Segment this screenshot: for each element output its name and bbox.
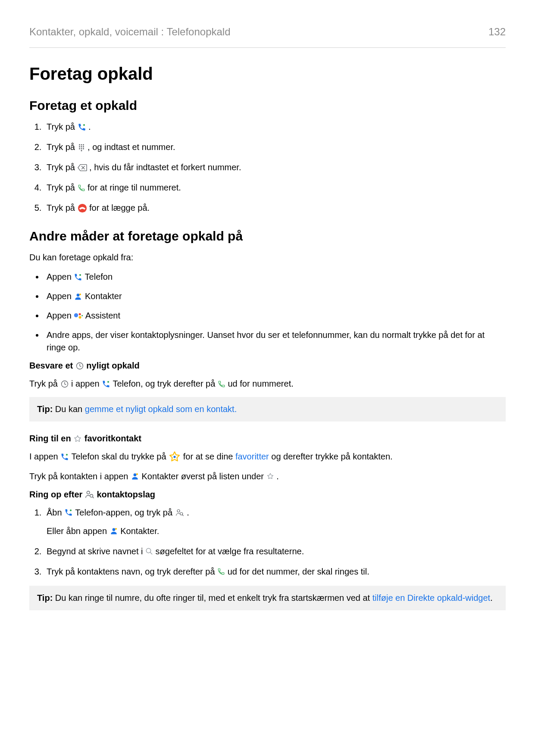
- other-ways-intro: Du kan foretage opkald fra:: [29, 251, 506, 264]
- phone-app-icon: [78, 123, 86, 131]
- call-outline-icon: [217, 568, 225, 575]
- page-header: Kontakter, opkald, voicemail : Telefonop…: [29, 26, 506, 38]
- svg-point-4: [79, 146, 80, 147]
- svg-point-8: [81, 148, 82, 149]
- end-call-icon: [78, 203, 87, 213]
- list-item-assistant: Appen Assistent: [44, 309, 506, 322]
- header-divider: [29, 47, 506, 48]
- svg-point-9: [83, 148, 84, 149]
- page-number: 132: [488, 26, 506, 38]
- tip-widget: Tip: Du kan ringe til numre, du ofte rin…: [29, 586, 506, 610]
- call-outline-icon: [78, 184, 85, 192]
- step-5: Tryk på for at lægge på.: [44, 202, 506, 214]
- svg-point-7: [79, 148, 80, 149]
- svg-point-32: [115, 528, 117, 530]
- tip-label: Tip:: [37, 404, 53, 414]
- svg-point-29: [177, 510, 180, 512]
- contact-search-steps: Åbn Telefon-appen, og tryk på . Eller åb…: [29, 506, 506, 578]
- step-2: Tryk på , og indtast et nummer.: [44, 141, 506, 153]
- svg-point-1: [79, 144, 80, 145]
- clock-outline-icon: [60, 380, 69, 388]
- sub-heading-contact-search: Ring op efter kontaktopslag: [29, 490, 506, 500]
- svg-point-3: [83, 144, 84, 145]
- person-search-icon: [85, 490, 94, 499]
- person-search-icon: [175, 509, 185, 516]
- link-add-widget[interactable]: tilføje en Direkte opkald-widget: [372, 593, 490, 603]
- clock-outline-icon: [75, 362, 84, 370]
- favorite-body-1: I appen Telefon skal du trykke på for at…: [29, 450, 506, 463]
- section-heading-other-ways: Andre måder at foretage opkald på: [29, 229, 506, 244]
- search-icon: [145, 547, 153, 555]
- svg-point-22: [66, 454, 68, 456]
- dialpad-icon: [78, 144, 85, 151]
- tip-save-recent: Tip: Du kan gemme et nyligt opkald som e…: [29, 397, 506, 422]
- breadcrumb: Kontakter, opkald, voicemail : Telefonop…: [29, 26, 231, 38]
- svg-point-18: [81, 315, 83, 316]
- step-1: Åbn Telefon-appen, og tryk på . Eller åb…: [44, 506, 506, 537]
- contacts-app-icon: [74, 292, 82, 301]
- svg-point-21: [107, 381, 109, 383]
- assistant-app-icon: [74, 312, 83, 320]
- backspace-icon: [78, 164, 87, 172]
- svg-point-14: [79, 294, 81, 295]
- step-2: Begynd at skrive navnet i søgefeltet for…: [44, 545, 506, 558]
- other-ways-list: Appen Telefon Appen Kontakter Appen Assi…: [29, 271, 506, 354]
- svg-point-13: [77, 294, 80, 297]
- call-outline-icon: [218, 380, 225, 388]
- page-title: Foretag opkald: [29, 64, 506, 84]
- svg-point-2: [81, 144, 82, 145]
- star-outline-icon: [266, 472, 274, 480]
- step-3: Tryk på kontaktens navn, og tryk derefte…: [44, 565, 506, 578]
- star-outline-icon: [73, 434, 82, 443]
- list-item-other-apps: Andre apps, der viser kontaktoplysninger…: [44, 329, 506, 354]
- step-4: Tryk på for at ringe til nummeret.: [44, 181, 506, 194]
- recent-call-body: Tryk på i appen Telefon, og tryk derefte…: [29, 378, 506, 390]
- svg-point-16: [79, 313, 81, 315]
- phone-app-icon: [74, 273, 82, 281]
- link-favorites[interactable]: favoritter: [235, 452, 269, 461]
- star-large-icon: [169, 451, 181, 463]
- svg-point-31: [112, 528, 115, 531]
- svg-point-28: [70, 509, 72, 511]
- svg-point-10: [81, 150, 82, 151]
- tip-label: Tip:: [37, 593, 53, 603]
- svg-point-5: [81, 146, 82, 147]
- step-1: Tryk på .: [44, 121, 506, 133]
- step-3: Tryk på , hvis du får indtastet et forke…: [44, 161, 506, 174]
- contacts-app-icon: [131, 472, 139, 481]
- link-save-recent-contact[interactable]: gemme et nyligt opkald som en kontakt.: [85, 404, 237, 414]
- svg-point-12: [79, 274, 81, 276]
- svg-point-15: [74, 313, 78, 317]
- svg-point-6: [83, 146, 84, 147]
- list-item-contacts: Appen Kontakter: [44, 290, 506, 303]
- svg-point-23: [174, 456, 176, 458]
- section-heading-make-call: Foretag et opkald: [29, 98, 506, 113]
- phone-app-icon: [60, 453, 69, 461]
- phone-app-icon: [102, 380, 110, 388]
- sub-heading-recent-call: Besvare et nyligt opkald: [29, 361, 506, 371]
- svg-point-24: [134, 474, 137, 477]
- svg-point-0: [83, 124, 84, 126]
- list-item-phone: Appen Telefon: [44, 271, 506, 283]
- sub-heading-favorite: Ring til en favoritkontakt: [29, 434, 506, 444]
- svg-point-26: [87, 491, 90, 494]
- svg-point-25: [136, 473, 138, 475]
- svg-point-17: [79, 316, 81, 319]
- make-call-steps: Tryk på . Tryk på , og indtast et nummer…: [29, 121, 506, 214]
- contacts-app-icon: [110, 527, 118, 535]
- phone-app-icon: [64, 508, 73, 517]
- favorite-body-2: Tryk på kontakten i appen Kontakter øver…: [29, 470, 506, 483]
